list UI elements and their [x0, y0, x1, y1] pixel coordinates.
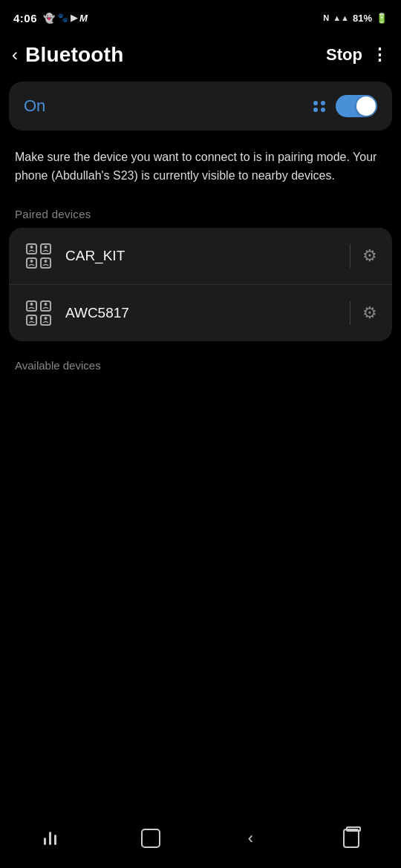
- device-item-car-kit[interactable]: CAR_KIT ⚙: [9, 228, 392, 284]
- svg-rect-9: [41, 301, 50, 311]
- dots-row-bottom: [313, 108, 325, 112]
- stop-button[interactable]: Stop: [326, 45, 362, 65]
- svg-rect-11: [41, 315, 50, 325]
- battery-level: 81%: [353, 13, 372, 24]
- dot: [313, 101, 318, 105]
- available-devices-title: Available devices: [0, 356, 401, 379]
- signal-icons: ▲▲: [333, 13, 349, 22]
- svg-point-7: [45, 260, 48, 263]
- status-time: 4:06: [13, 12, 37, 24]
- toggle-label: On: [24, 96, 45, 116]
- device-item-awc5817[interactable]: AWC5817 ⚙: [9, 284, 392, 341]
- device-name-car-kit: CAR_KIT: [65, 248, 338, 264]
- device-settings-awc5817[interactable]: ⚙: [362, 303, 377, 323]
- device-separator: [350, 244, 351, 268]
- status-left: 4:06 👻 🐾 ▶ M: [13, 12, 88, 24]
- app-icon-1: 👻: [43, 13, 55, 24]
- svg-rect-0: [27, 244, 36, 254]
- recents-icon: [44, 832, 56, 845]
- back-button[interactable]: ‹: [9, 42, 21, 68]
- device-name-awc5817: AWC5817: [65, 305, 338, 321]
- svg-rect-2: [27, 258, 36, 268]
- svg-point-13: [45, 303, 48, 306]
- notification-icons: 👻 🐾 ▶ M: [43, 13, 88, 24]
- nav-line: [49, 832, 51, 845]
- toggle-knob: [356, 96, 376, 116]
- paired-devices-title: Paired devices: [0, 205, 401, 228]
- svg-point-6: [30, 260, 33, 263]
- svg-rect-10: [27, 315, 36, 325]
- svg-point-4: [30, 246, 33, 249]
- svg-rect-8: [27, 301, 36, 311]
- home-button[interactable]: [128, 823, 173, 853]
- app-icon-2: 🐾: [57, 13, 68, 23]
- device-settings-car-kit[interactable]: ⚙: [362, 246, 377, 266]
- header-right: Stop ⋮: [326, 45, 389, 65]
- bluetooth-toggle-section: On: [9, 82, 392, 131]
- status-right: N ▲▲ 81% 🔋: [323, 13, 388, 24]
- back-chevron-icon: ‹: [248, 829, 253, 848]
- more-options-button[interactable]: ⋮: [371, 45, 389, 65]
- toggle-right: [313, 95, 377, 117]
- back-nav-button[interactable]: ‹: [229, 823, 273, 853]
- svg-rect-3: [41, 258, 50, 268]
- svg-rect-1: [41, 244, 50, 254]
- svg-point-5: [45, 246, 48, 249]
- bluetooth-toggle-switch[interactable]: [336, 95, 377, 117]
- dot: [321, 101, 325, 105]
- header-left: ‹ Bluetooth: [9, 42, 123, 68]
- dot: [321, 108, 325, 112]
- page-header: ‹ Bluetooth Stop ⋮: [0, 33, 401, 82]
- svg-point-15: [45, 317, 48, 320]
- status-bar: 4:06 👻 🐾 ▶ M N ▲▲ 81% 🔋: [0, 0, 401, 33]
- svg-point-12: [30, 303, 33, 306]
- page-title: Bluetooth: [25, 43, 123, 67]
- device-separator: [350, 301, 351, 325]
- device-icon-awc5817: [24, 298, 53, 328]
- bottom-navigation: ‹: [0, 815, 401, 868]
- battery-icon: 🔋: [376, 13, 388, 24]
- recents-button[interactable]: [28, 823, 73, 853]
- device-icon-car-kit: [24, 241, 53, 271]
- home-icon: [141, 829, 160, 848]
- dots-row-top: [313, 101, 325, 105]
- bluetooth-scanning-icon: [313, 101, 325, 112]
- dot: [313, 108, 318, 112]
- network-icon: N: [323, 13, 329, 22]
- app-icon-3: ▶: [71, 13, 77, 23]
- app-icon-4: M: [79, 13, 88, 24]
- svg-point-14: [30, 317, 33, 320]
- overview-button[interactable]: [329, 823, 374, 853]
- nav-line: [44, 838, 46, 845]
- overview-icon: [343, 829, 359, 848]
- paired-devices-list: CAR_KIT ⚙ AWC5817 ⚙: [9, 228, 392, 341]
- pairing-description: Make sure the device you want to connect…: [0, 145, 401, 205]
- nav-line: [54, 835, 56, 845]
